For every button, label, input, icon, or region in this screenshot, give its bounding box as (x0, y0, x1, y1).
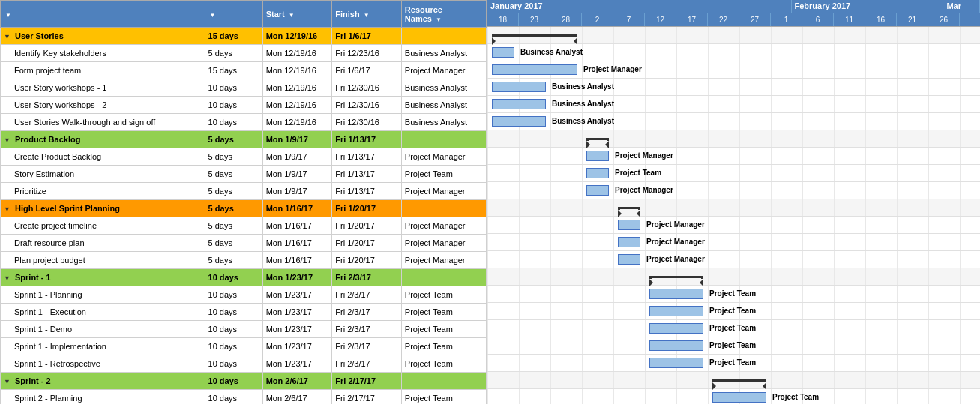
gantt-grid-line (928, 61, 929, 78)
gantt-group-row (487, 268, 980, 286)
date-label: 7 (613, 13, 645, 26)
gantt-grid-line (487, 303, 488, 319)
gantt-grid-line (960, 268, 961, 285)
gantt-task-row: Business Analyst (487, 79, 980, 96)
task-resource-cell: Project Team (401, 355, 486, 373)
gantt-grid-line (834, 355, 835, 371)
gantt-bar-label: Business Analyst (552, 82, 614, 91)
gantt-grid-line (960, 372, 961, 388)
gantt-bar[interactable] (586, 168, 609, 178)
task-finish-cell: Fri 2/3/17 (332, 355, 402, 373)
gantt-grid-line (645, 286, 646, 302)
gantt-grid-line (739, 113, 740, 130)
col-duration[interactable]: ▼ (205, 1, 262, 28)
task-resource-cell: Project Manager (401, 62, 486, 79)
collapse-icon-sprint-1[interactable] (4, 273, 10, 282)
task-table: ▼ ▼ Start ▼ Finish ▼ Resour (0, 0, 487, 404)
task-duration-cell: 10 days (205, 321, 262, 338)
gantt-bar[interactable] (618, 237, 640, 247)
col-task-name[interactable]: ▼ (1, 1, 205, 28)
gantt-bar[interactable] (649, 358, 703, 368)
task-duration-cell: 5 days (205, 252, 262, 269)
date-label: 1 (771, 13, 802, 26)
gantt-grid-line (928, 303, 929, 319)
collapse-icon-hl-sprint[interactable] (4, 204, 10, 213)
gantt-grid-line (928, 96, 929, 112)
gantt-grid-line (487, 251, 488, 268)
collapse-icon-user-stories[interactable] (4, 31, 10, 40)
gantt-grid-line (865, 182, 866, 199)
gantt-bar[interactable] (649, 340, 703, 351)
gantt-grid-line (865, 61, 866, 78)
group-resource-sprint-1 (401, 269, 486, 286)
task-name-cell: User Story workshops - 2 (1, 97, 205, 114)
gantt-grid-line (676, 79, 677, 95)
gantt-bar[interactable] (649, 323, 703, 334)
task-start-cell: Mon 12/19/16 (262, 114, 332, 131)
gantt-task-row: Project Manager (487, 148, 980, 165)
gantt-grid-line (802, 61, 803, 78)
gantt-bar[interactable] (492, 99, 546, 109)
gantt-section: January 2017February 2017Mar 18232827121… (487, 0, 980, 404)
collapse-icon-product-backlog[interactable] (4, 135, 10, 144)
gantt-grid-line (928, 148, 929, 164)
task-name-cell: Identify Key stakeholders (1, 45, 205, 62)
gantt-bar[interactable] (586, 151, 609, 161)
gantt-bar-label: Business Analyst (552, 100, 614, 108)
gantt-grid-line (487, 61, 488, 78)
gantt-bar[interactable] (492, 116, 546, 127)
gantt-bar[interactable] (649, 289, 703, 299)
gantt-bar[interactable] (712, 392, 766, 403)
gantt-grid-line (487, 268, 488, 285)
task-name-cell: Draft resource plan (1, 235, 205, 252)
task-row: Identify Key stakeholders 5 days Mon 12/… (1, 45, 487, 62)
gantt-grid-line (645, 372, 646, 388)
gantt-bar-label: Project Manager (646, 255, 705, 263)
gantt-grid-line (802, 372, 803, 388)
gantt-grid-line (519, 268, 520, 285)
gantt-grid-line (834, 130, 835, 147)
gantt-grid-line (550, 372, 551, 388)
gantt-grid-line (676, 199, 677, 216)
col-resource[interactable]: Resource Names ▼ (401, 1, 486, 28)
gantt-task-row: Project Manager (487, 217, 980, 234)
gantt-grid-line (519, 303, 520, 319)
task-resource-cell: Project Manager (401, 148, 486, 166)
gantt-grid-line (834, 148, 835, 164)
gantt-bar[interactable] (492, 64, 577, 75)
gantt-grid-line (550, 199, 551, 216)
task-start-cell: Mon 1/16/17 (262, 235, 332, 252)
group-name-hl-sprint: High Level Sprint Planning (1, 200, 205, 217)
gantt-grid-line (613, 217, 614, 233)
gantt-bar[interactable] (492, 82, 546, 92)
gantt-grid-line (960, 355, 961, 371)
gantt-grid-line (519, 372, 520, 388)
gantt-grid-line (739, 234, 740, 250)
group-start-product-backlog: Mon 1/9/17 (262, 131, 332, 148)
task-finish-cell: Fri 12/30/16 (332, 114, 402, 131)
gantt-bar[interactable] (618, 254, 640, 265)
task-row: User Story workshops - 1 10 days Mon 12/… (1, 79, 487, 97)
task-finish-cell: Fri 2/3/17 (332, 338, 402, 355)
task-row: Story Estimation 5 days Mon 1/9/17 Fri 1… (1, 166, 487, 183)
gantt-task-row: Business Analyst (487, 44, 980, 61)
gantt-grid-line (519, 337, 520, 354)
col-finish[interactable]: Finish ▼ (332, 1, 402, 28)
collapse-icon-sprint-2[interactable] (4, 376, 10, 385)
gantt-grid-line (645, 217, 646, 233)
gantt-grid-line (519, 286, 520, 302)
gantt-grid-line (897, 113, 898, 130)
gantt-bar[interactable] (649, 306, 703, 316)
gantt-bar[interactable] (492, 47, 514, 58)
gantt-grid-line (708, 130, 709, 147)
group-name-sprint-2: Sprint - 2 (1, 373, 205, 390)
task-start-cell: Mon 1/23/17 (262, 355, 332, 373)
gantt-task-row: Project Manager (487, 234, 980, 251)
gantt-grid-line (771, 130, 772, 147)
col-start[interactable]: Start ▼ (262, 1, 332, 28)
group-row-hl-sprint: High Level Sprint Planning 5 days Mon 1/… (1, 200, 487, 217)
gantt-bar[interactable] (618, 220, 640, 230)
gantt-grid-line (960, 199, 961, 216)
gantt-bar[interactable] (586, 185, 609, 196)
gantt-grid-line (897, 372, 898, 388)
